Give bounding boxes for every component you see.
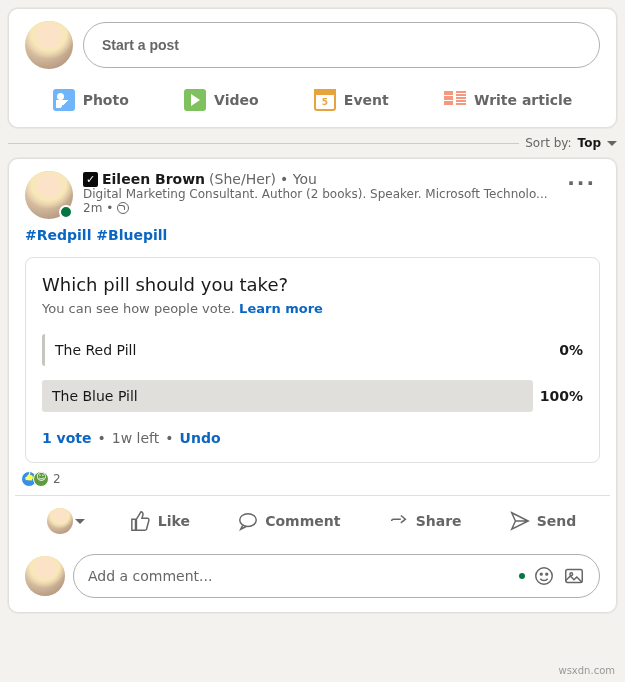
compose-event-button[interactable]: Event [306, 79, 397, 121]
post-card: ✓ Eileen Brown (She/Her) • You Digital M… [8, 158, 617, 613]
sort-value: Top [578, 136, 601, 150]
svg-point-0 [240, 514, 257, 527]
reaction-icons [25, 471, 49, 487]
author-avatar[interactable] [25, 171, 73, 219]
post-actions: Like Comment Share Send [15, 495, 610, 546]
reaction-count: 2 [53, 472, 61, 486]
votes-link[interactable]: 1 vote [42, 430, 92, 446]
compose-actions: Photo Video Event Write article [25, 79, 600, 121]
image-icon[interactable] [563, 565, 585, 587]
hashtags[interactable]: #Redpill #Bluepill [25, 227, 167, 243]
divider [8, 143, 519, 144]
add-comment-row: Add a comment... [9, 546, 616, 612]
globe-icon [117, 202, 129, 214]
sort-label: Sort by: [525, 136, 571, 150]
poll-option[interactable]: The Red Pill 0% [42, 334, 583, 366]
compose-card: Start a post Photo Video Event Write art… [8, 8, 617, 128]
avatar[interactable] [25, 556, 65, 596]
comment-as-selector[interactable] [41, 500, 91, 542]
poll-subtext: You can see how people vote. Learn more [42, 301, 583, 316]
poll-bar: The Blue Pill [42, 380, 533, 412]
share-button[interactable]: Share [380, 500, 470, 542]
poll-option-pct: 100% [539, 388, 583, 404]
compose-event-label: Event [344, 92, 389, 108]
poll-option[interactable]: The Blue Pill 100% [42, 380, 583, 412]
poll-footer: 1 vote • 1w left • Undo [42, 430, 583, 446]
poll-option-label: The Blue Pill [52, 388, 138, 404]
post-body: #Redpill #Bluepill [9, 219, 616, 247]
compose-photo-button[interactable]: Photo [45, 79, 137, 121]
chevron-down-icon [607, 141, 617, 146]
svg-point-1 [536, 568, 553, 585]
comment-icon [237, 510, 259, 532]
poll-option-label: The Red Pill [55, 342, 136, 358]
poll: Which pill should you take? You can see … [25, 257, 600, 463]
poll-question: Which pill should you take? [42, 274, 583, 295]
compose-photo-label: Photo [83, 92, 129, 108]
author-name[interactable]: Eileen Brown [102, 171, 205, 187]
presence-indicator [59, 205, 73, 219]
avatar [47, 508, 73, 534]
post-meta: ✓ Eileen Brown (She/Her) • You Digital M… [83, 171, 553, 219]
poll-option-pct: 0% [539, 342, 583, 358]
reactions-row[interactable]: 2 [9, 463, 616, 491]
thumbs-up-icon [130, 510, 152, 532]
emoji-icon[interactable] [533, 565, 555, 587]
you-label: • You [280, 171, 317, 187]
svg-point-3 [546, 573, 548, 575]
send-icon [509, 510, 531, 532]
post-time: 2m [83, 201, 102, 215]
send-label: Send [537, 513, 577, 529]
post-time-row: 2m • [83, 201, 553, 215]
share-icon [388, 510, 410, 532]
comment-button[interactable]: Comment [229, 500, 348, 542]
compose-article-label: Write article [474, 92, 572, 108]
like-button[interactable]: Like [122, 500, 198, 542]
typing-indicator-icon [519, 573, 525, 579]
article-icon [444, 89, 466, 111]
comment-input[interactable]: Add a comment... [73, 554, 600, 598]
compose-video-label: Video [214, 92, 259, 108]
photo-icon [53, 89, 75, 111]
poll-time-left: 1w left [112, 430, 159, 446]
undo-link[interactable]: Undo [180, 430, 221, 446]
poll-bar: The Red Pill [42, 334, 533, 366]
compose-article-button[interactable]: Write article [436, 79, 580, 121]
chevron-down-icon [75, 519, 85, 524]
avatar[interactable] [25, 21, 73, 69]
sort-row[interactable]: Sort by: Top [8, 136, 617, 150]
poll-options: The Red Pill 0% The Blue Pill 100% [42, 334, 583, 412]
event-icon [314, 89, 336, 111]
video-icon [184, 89, 206, 111]
post-more-button[interactable]: ··· [563, 171, 600, 195]
send-button[interactable]: Send [501, 500, 585, 542]
dot-separator: • [106, 201, 113, 215]
start-post-button[interactable]: Start a post [83, 22, 600, 68]
like-label: Like [158, 513, 190, 529]
compose-video-button[interactable]: Video [176, 79, 267, 121]
comment-placeholder: Add a comment... [88, 568, 511, 584]
premium-badge-icon: ✓ [83, 172, 98, 187]
comment-label: Comment [265, 513, 340, 529]
svg-point-2 [540, 573, 542, 575]
post-header: ✓ Eileen Brown (She/Her) • You Digital M… [9, 159, 616, 219]
author-pronouns: (She/Her) [209, 171, 276, 187]
share-label: Share [416, 513, 462, 529]
compose-top: Start a post [25, 21, 600, 69]
learn-more-link[interactable]: Learn more [239, 301, 323, 316]
celebrate-reaction-icon [33, 471, 49, 487]
author-headline: Digital Marketing Consultant. Author (2 … [83, 187, 553, 201]
